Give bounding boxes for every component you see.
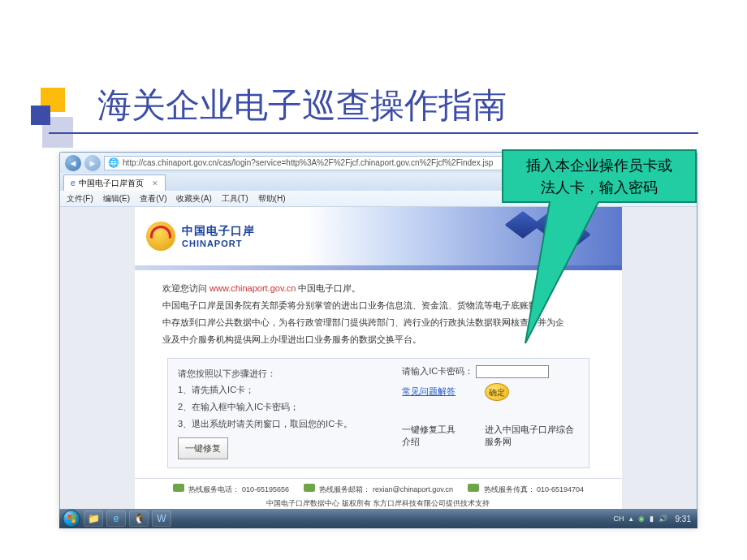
taskbar-explorer-icon[interactable]: 📁	[84, 510, 103, 527]
hotline-mail: rexian@chinaport.gov.cn	[373, 485, 453, 493]
mail-icon	[304, 484, 315, 492]
taskbar-ie-icon[interactable]: e	[106, 510, 126, 527]
hotline-fax-label: 热线服务传真：	[484, 485, 535, 493]
ok-button[interactable]: 确定	[485, 383, 509, 401]
taskbar-word-icon[interactable]: W	[152, 510, 171, 527]
faq-link[interactable]: 常见问题解答	[402, 386, 456, 398]
ic-password-input[interactable]	[476, 365, 549, 378]
title-underline	[49, 132, 698, 134]
hotline-tel: 010-65195656	[242, 485, 289, 493]
portal-link[interactable]: 进入中国电子口岸综合服务网	[485, 424, 579, 448]
callout-line1: 插入本企业操作员卡或	[526, 157, 672, 174]
tray-network-icon[interactable]: ▮	[650, 515, 654, 523]
back-button[interactable]: ◄	[65, 155, 81, 171]
tab-title: 中国电子口岸首页	[79, 178, 144, 189]
menu-view[interactable]: 查看(V)	[140, 193, 166, 205]
phone-icon	[173, 484, 184, 492]
menu-help[interactable]: 帮助(H)	[258, 193, 286, 205]
brand: 中国电子口岸 CHINAPORT	[182, 224, 255, 248]
slide-title: 海关企业电子巡查操作指南	[97, 83, 507, 128]
globe-icon: 🌐	[108, 157, 119, 168]
chinaport-logo-icon	[146, 222, 175, 251]
hotline-fax: 010-65194704	[537, 485, 584, 493]
windows-taskbar: 📁 e 🐧 W CH ▴ ◉ ▮ 🔊 9:31	[59, 509, 697, 528]
hotline-tel-label: 热线服务电话：	[188, 485, 240, 493]
tool-intro-link[interactable]: 一键修复工具介绍	[402, 424, 460, 448]
start-button[interactable]	[63, 510, 80, 528]
taskbar-qq-icon[interactable]: 🐧	[129, 510, 149, 527]
step-1: 1、请先插入IC卡；	[178, 381, 394, 398]
repair-button[interactable]: 一键修复	[178, 437, 228, 459]
ime-indicator[interactable]: CH	[614, 515, 624, 523]
menu-edit[interactable]: 编辑(E)	[103, 193, 130, 205]
tab-close-icon[interactable]: ✕	[152, 179, 158, 187]
steps-heading: 请您按照以下步骤进行：	[178, 365, 394, 382]
forward-button[interactable]: ►	[84, 155, 101, 171]
tray-volume-icon[interactable]: 🔊	[658, 515, 667, 523]
password-label: 请输入IC卡密码：	[402, 366, 473, 376]
menu-favorites[interactable]: 收藏夹(A)	[176, 193, 211, 205]
login-panel: 请您按照以下步骤进行： 1、请先插入IC卡； 2、在输入框中输入IC卡密码； 3…	[167, 358, 589, 468]
system-tray: CH ▴ ◉ ▮ 🔊 9:31	[614, 515, 694, 523]
welcome-url: www.chinaport.gov.cn	[209, 283, 296, 293]
windows-logo-icon	[67, 515, 76, 523]
url-text: http://cas.chinaport.gov.cn/cas/login?se…	[123, 158, 493, 167]
slide-deco	[31, 88, 88, 144]
fax-icon	[468, 484, 479, 492]
step-2: 2、在输入框中输入IC卡密码；	[178, 398, 394, 416]
tab-favicon: e	[71, 179, 76, 187]
brand-cn: 中国电子口岸	[182, 224, 255, 239]
taskbar-clock[interactable]: 9:31	[672, 515, 694, 523]
welcome-suffix: 中国电子口岸。	[298, 283, 361, 293]
brand-en: CHINAPORT	[182, 239, 255, 248]
login-form: 请输入IC卡密码： 常见问题解答 确定 一键修复工具介绍 进入中国电子口岸综合服…	[394, 365, 579, 459]
footer-copyright: 中国电子口岸数据中心 版权所有 东方口岸科技有限公司提供技术支持	[143, 498, 614, 509]
menu-tools[interactable]: 工具(T)	[222, 193, 248, 205]
tab-chinaport[interactable]: e 中国电子口岸首页 ✕	[63, 174, 166, 191]
login-steps: 请您按照以下步骤进行： 1、请先插入IC卡； 2、在输入框中输入IC卡密码； 3…	[178, 365, 394, 459]
step-3: 3、退出系统时请关闭窗口，取回您的IC卡。	[178, 416, 394, 433]
callout-bubble: 插入本企业操作员卡或 法人卡，输入密码	[501, 149, 697, 351]
callout-line2: 法人卡，输入密码	[541, 179, 658, 196]
hotline-mail-label: 热线服务邮箱：	[319, 485, 370, 493]
tray-shield-icon[interactable]: ◉	[638, 515, 645, 523]
tray-expand-icon[interactable]: ▴	[629, 515, 633, 523]
welcome-prefix: 欢迎您访问	[162, 283, 207, 293]
menu-file[interactable]: 文件(F)	[67, 193, 93, 205]
